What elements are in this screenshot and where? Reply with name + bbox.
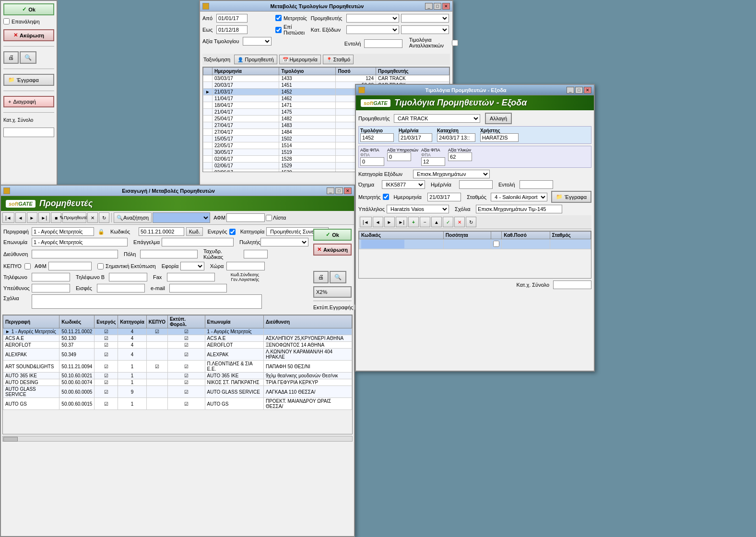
table-row[interactable]: ACS A.E 50.130 ☑ 4 ☑ ACS A.E ΑΣΚΛΗΠΙΟΥ 2…: [3, 335, 352, 342]
fax-input[interactable]: [167, 273, 215, 281]
tb-first[interactable]: |◄: [2, 212, 14, 223]
tilefono-input[interactable]: [32, 273, 70, 281]
axia-fpa2-input[interactable]: [421, 157, 445, 166]
excel-btn[interactable]: X2%: [313, 286, 352, 298]
eggrafa-btn[interactable]: 📁 Έγγραφα: [551, 191, 591, 203]
eforia-select[interactable]: [180, 262, 204, 270]
metritis-checkbox[interactable]: [275, 15, 282, 21]
eos-input[interactable]: [216, 25, 248, 34]
tb-edit[interactable]: ✎ Προμηθευτές: [62, 212, 86, 223]
right-print-btn[interactable]: 🖨: [3, 51, 19, 64]
tn-refresh[interactable]: ↻: [466, 217, 476, 227]
axia-select[interactable]: [243, 37, 272, 46]
imeria3-input[interactable]: [427, 193, 461, 201]
promatheutis-select[interactable]: CAR TRACK: [394, 114, 480, 123]
oxima-select2[interactable]: ΙΚΚ5877: [382, 180, 425, 189]
sort-stathmo-btn[interactable]: 📍 Σταθμό: [323, 55, 354, 64]
kwd-btn[interactable]: Κωδ.: [186, 227, 203, 236]
kataxisi-input[interactable]: [437, 133, 475, 142]
scrollbar-bottom[interactable]: [2, 436, 353, 442]
oxima-select[interactable]: [401, 25, 449, 34]
axia-fpa-input[interactable]: [360, 157, 384, 166]
taxkwd-input[interactable]: [244, 250, 268, 258]
table-row[interactable]: ART SOUND&LIGHTS 50.11.21.0094 ☑ 1 ☑ ☑ Π…: [3, 361, 352, 373]
tn-up[interactable]: ▲: [431, 217, 442, 227]
promath-select[interactable]: [346, 14, 399, 23]
ypeythinos-input[interactable]: [32, 284, 70, 292]
timologia-minimize[interactable]: _: [567, 87, 574, 93]
kepyo-checkbox[interactable]: [24, 263, 31, 269]
epanalipsi-checkbox[interactable]: [3, 18, 10, 24]
tb-search[interactable]: 🔍 Αναζήτηση: [114, 212, 152, 223]
table-row[interactable]: AUTO DESING 50.00.60.0074 ☑ 1 ☑ ΝΙΚΟΣ ΣΤ…: [3, 379, 352, 386]
tn-first[interactable]: |◄: [360, 217, 372, 227]
axia-ylikwn-input[interactable]: [448, 152, 472, 161]
sxolia2-input[interactable]: [476, 205, 562, 213]
table-row[interactable]: ► 1 - Αγορές Μετρητοίς 50.11.21.0002 ☑ 4…: [3, 328, 352, 335]
timologia-close[interactable]: ✕: [584, 87, 591, 93]
table-row[interactable]: ALEXPAK 50.349 ☑ 4 ☑ ALEXPAK Λ.ΚΩΝ/ΝΟΥ Κ…: [3, 349, 352, 361]
eponymia-input[interactable]: [32, 238, 128, 246]
katax-input[interactable]: [553, 280, 591, 289]
timologio-input[interactable]: [360, 133, 394, 142]
table-row[interactable]: AUTO GLASS SERVICE 50.00.60.0005 ☑ 9 ☑ A…: [3, 386, 352, 398]
poli-input[interactable]: [140, 250, 198, 258]
sort-promath-btn[interactable]: 👤 Προμηθευτή: [234, 55, 277, 64]
stathmos-select[interactable]: [401, 14, 449, 23]
metavoles-close[interactable]: ✕: [442, 3, 450, 10]
eisagogi-minimize[interactable]: _: [327, 187, 334, 194]
right-cancel-btn[interactable]: ✕ Ακύρωση: [3, 29, 54, 41]
tn-x[interactable]: ✕: [454, 217, 465, 227]
scrollbar-thumb[interactable]: [3, 437, 18, 442]
print-btn[interactable]: 🖨: [313, 271, 329, 283]
axia-ypiresion-input[interactable]: [387, 152, 411, 161]
perigrafi-input[interactable]: [32, 227, 94, 236]
tilefono-b-input[interactable]: [109, 273, 147, 281]
tb-refresh[interactable]: ↻: [99, 212, 109, 223]
right-ok-btn[interactable]: ✓ Ok: [3, 3, 54, 15]
tn-prev[interactable]: ◄: [373, 217, 383, 227]
tb-last[interactable]: ►|: [38, 212, 50, 223]
tn-play[interactable]: ►: [384, 217, 395, 227]
row-kwdikos-input[interactable]: [361, 240, 404, 248]
right-katax-input[interactable]: [3, 128, 54, 137]
epi-pist-checkbox[interactable]: [275, 27, 282, 33]
afm-search-input[interactable]: [226, 213, 265, 222]
metritis2-checkbox[interactable]: [383, 194, 389, 200]
simasia-checkbox[interactable]: [97, 263, 104, 269]
energos-checkbox[interactable]: [229, 229, 236, 235]
ypallelos-select[interactable]: Haratzis Vaios: [387, 205, 449, 213]
entoli-input[interactable]: [364, 39, 402, 48]
eisagogi-cancel-btn[interactable]: ✕ Ακύρωση: [313, 244, 352, 256]
eisagogi-ok-btn[interactable]: ✓ Ok: [313, 229, 352, 241]
search-btn2[interactable]: 🔍: [330, 271, 346, 283]
politis-select[interactable]: [260, 238, 308, 246]
enosfes-input[interactable]: [97, 284, 145, 292]
right-diagrafi-btn[interactable]: + Διαγραφή: [3, 96, 54, 107]
kat-exodon-select[interactable]: Επισκ.Μηχανημάτων: [413, 170, 490, 178]
table-row[interactable]: 03/03/171433124CAR TRACK: [203, 75, 449, 82]
dieythynsi-input[interactable]: [32, 250, 118, 258]
alagi-btn[interactable]: Αλλαγή: [485, 113, 512, 124]
metavoles-maximize[interactable]: □: [434, 3, 441, 10]
xristis-input[interactable]: [480, 133, 519, 142]
row-exodo-checkbox[interactable]: [493, 241, 499, 247]
sxolia-input[interactable]: [32, 294, 262, 309]
search-dropdown[interactable]: [153, 212, 210, 223]
xwra-input[interactable]: [226, 262, 265, 270]
imeria-input[interactable]: [399, 133, 432, 142]
timologia-ant-checkbox[interactable]: [452, 40, 458, 46]
katexodon-select[interactable]: [346, 25, 399, 34]
timologia-maximize[interactable]: □: [575, 87, 583, 93]
tn-last[interactable]: ►|: [396, 217, 408, 227]
right-search-btn[interactable]: 🔍: [20, 51, 36, 64]
email-input[interactable]: [169, 284, 227, 292]
tn-plus[interactable]: +: [408, 217, 419, 227]
epangelma-input[interactable]: [162, 238, 234, 246]
table-row[interactable]: AUTO GS 50.00.60.0015 ☑ 1 ☑ AUTO GS ΠΡΟΕ…: [3, 398, 352, 410]
sort-date-btn[interactable]: 📅 Ημερομηνία: [279, 55, 321, 64]
tn-minus[interactable]: −: [420, 217, 430, 227]
kwdikos-input[interactable]: [139, 227, 184, 236]
right-eggrafa-btn[interactable]: 📁 Έγγραφα: [3, 74, 54, 86]
entoli2-input[interactable]: [520, 180, 553, 189]
